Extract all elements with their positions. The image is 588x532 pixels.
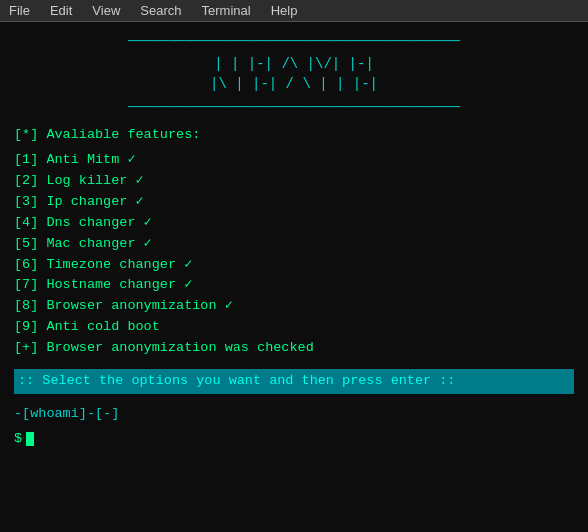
select-prompt-bar[interactable]: :: Select the options you want and then … — [14, 363, 574, 400]
command-line[interactable]: $ — [14, 429, 574, 450]
cursor — [26, 432, 34, 446]
prompt-user: -[whoami]-[-] — [14, 404, 119, 425]
top-divider: ────────────────────────────────────────… — [14, 32, 574, 53]
menu-edit[interactable]: Edit — [45, 1, 77, 20]
feature-2: [2] Log killer ✓ — [14, 171, 574, 192]
feature-plus: [+] Browser anonymization was checked — [14, 338, 574, 359]
ascii-line2: |\ | |-| / \ | | |-| — [14, 75, 574, 95]
feature-9: [9] Anti cold boot — [14, 317, 574, 338]
prompt-symbol: $ — [14, 429, 22, 450]
feature-6: [6] Timezone changer ✓ — [14, 255, 574, 276]
menu-view[interactable]: View — [87, 1, 125, 20]
feature-3: [3] Ip changer ✓ — [14, 192, 574, 213]
features-header: [*] Avaliable features: — [14, 125, 574, 146]
feature-list: [1] Anti Mitm ✓ [2] Log killer ✓ [3] Ip … — [14, 150, 574, 359]
feature-7: [7] Hostname changer ✓ — [14, 275, 574, 296]
feature-1: [1] Anti Mitm ✓ — [14, 150, 574, 171]
select-prompt-text: :: Select the options you want and then … — [14, 369, 574, 394]
menubar: File Edit View Search Terminal Help — [0, 0, 588, 22]
prompt-line: -[whoami]-[-] — [14, 404, 574, 425]
feature-8: [8] Browser anonymization ✓ — [14, 296, 574, 317]
menu-search[interactable]: Search — [135, 1, 186, 20]
menu-terminal[interactable]: Terminal — [197, 1, 256, 20]
ascii-art: | | |-| /\ |\/| |-| |\ | |-| / \ | | |-| — [14, 55, 574, 94]
menu-help[interactable]: Help — [266, 1, 303, 20]
feature-5: [5] Mac changer ✓ — [14, 234, 574, 255]
ascii-line1: | | |-| /\ |\/| |-| — [14, 55, 574, 75]
menu-file[interactable]: File — [4, 1, 35, 20]
bottom-divider: ────────────────────────────────────────… — [14, 98, 574, 119]
feature-4: [4] Dns changer ✓ — [14, 213, 574, 234]
terminal-window: ────────────────────────────────────────… — [0, 22, 588, 532]
